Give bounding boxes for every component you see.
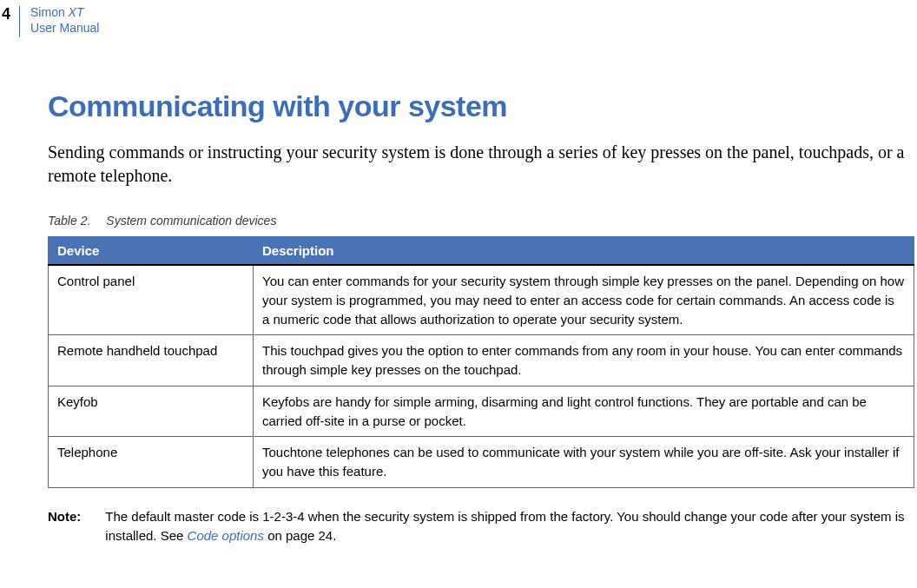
- th-device: Device: [49, 237, 254, 266]
- table-row: Control panel You can enter commands for…: [49, 265, 914, 335]
- page-content: Communicating with your system Sending c…: [0, 37, 917, 545]
- intro-paragraph: Sending commands or instructing your sec…: [48, 141, 916, 188]
- brand-name: Simon: [30, 5, 69, 19]
- td-description: Keyfobs are handy for simple arming, dis…: [254, 386, 914, 437]
- header-divider: [19, 6, 20, 37]
- brand-subtitle: User Manual: [30, 21, 99, 35]
- table-caption: Table 2.System communication devices: [48, 214, 917, 228]
- page-number: 4: [0, 4, 19, 24]
- brand-model: XT: [69, 5, 84, 19]
- table-header-row: Device Description: [49, 237, 914, 266]
- table-row: Remote handheld touchpad This touchpad g…: [49, 335, 914, 386]
- td-device: Remote handheld touchpad: [49, 335, 254, 386]
- note-block: Note: The default master code is 1-2-3-4…: [48, 507, 916, 545]
- note-link[interactable]: Code options: [188, 528, 264, 543]
- document-header: 4 Simon XT User Manual: [0, 0, 917, 37]
- table-row: Telephone Touchtone telephones can be us…: [49, 437, 914, 488]
- table-row: Keyfob Keyfobs are handy for simple armi…: [49, 386, 914, 437]
- table-title: System communication devices: [106, 214, 276, 228]
- devices-table: Device Description Control panel You can…: [48, 236, 914, 488]
- note-text-after: on page 24.: [264, 528, 336, 543]
- td-description: You can enter commands for your security…: [254, 265, 914, 335]
- note-text: The default master code is 1-2-3-4 when …: [105, 507, 916, 545]
- note-label: Note:: [48, 507, 105, 545]
- td-description: This touchpad gives you the option to en…: [254, 335, 914, 386]
- td-description: Touchtone telephones can be used to comm…: [254, 437, 914, 488]
- section-heading: Communicating with your system: [48, 89, 917, 123]
- table-number: Table 2.: [48, 214, 90, 228]
- header-title: Simon XT User Manual: [30, 4, 99, 36]
- td-device: Control panel: [49, 265, 254, 335]
- th-description: Description: [254, 237, 914, 266]
- td-device: Telephone: [49, 437, 254, 488]
- td-device: Keyfob: [49, 386, 254, 437]
